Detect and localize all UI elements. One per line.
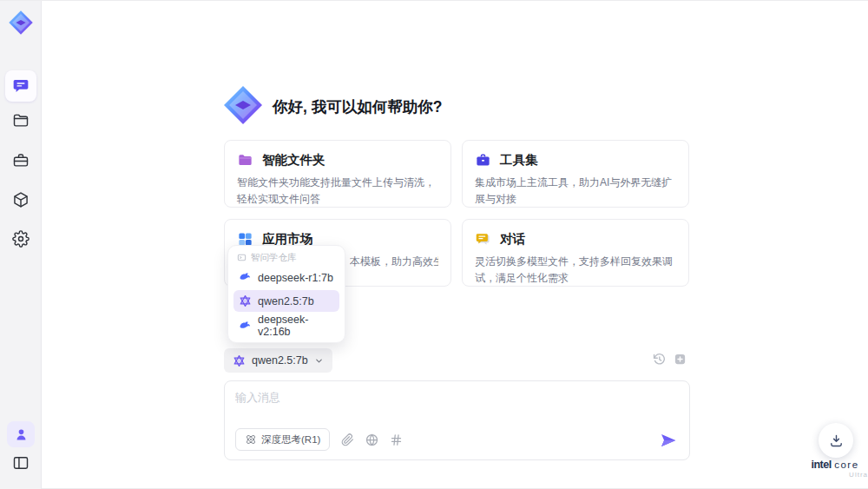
chat-yellow-icon xyxy=(475,231,491,248)
deepseek-whale-icon xyxy=(239,271,252,284)
model-selector-label: qwen2.5:7b xyxy=(252,354,308,367)
core-wordmark: core xyxy=(834,459,858,470)
deepseek-whale-icon xyxy=(239,320,252,333)
sidebar-item-folders[interactable] xyxy=(0,112,42,129)
model-dropdown-header: 智问学仓库 xyxy=(233,250,339,266)
intel-wordmark: intel xyxy=(811,459,831,471)
download-button[interactable] xyxy=(819,423,853,458)
model-option-label: deepseek-r1:7b xyxy=(258,272,333,284)
message-input[interactable] xyxy=(235,390,617,425)
card-dialogue[interactable]: 对话 灵活切换多模型文件，支持多样回复效果调试，满足个性化需求 xyxy=(462,219,689,287)
model-option-label: qwen2.5:7b xyxy=(258,295,314,307)
message-composer: 深度思考(R1) xyxy=(224,380,690,460)
chat-icon xyxy=(12,77,30,95)
sidebar-item-toolbox[interactable] xyxy=(0,152,42,169)
model-option-label: deepseek-v2:16b xyxy=(258,314,334,338)
send-icon[interactable] xyxy=(660,432,677,449)
card-title: 智能文件夹 xyxy=(262,152,326,169)
model-option-deepseek-r1[interactable]: deepseek-r1:7b xyxy=(233,268,339,289)
card-title: 工具集 xyxy=(500,152,538,169)
history-icon[interactable] xyxy=(653,353,666,366)
qwen-icon xyxy=(233,354,246,367)
model-dropdown: 智问学仓库 deepseek-r1:7b qwen2.5:7b deepseek… xyxy=(227,245,345,343)
app-window: 你好, 我可以如何帮助你? 智能文件夹 智能文件夹功能支持批量文件上传与清洗，轻… xyxy=(0,0,868,489)
card-desc: 本模板，助力高效生成多 xyxy=(350,254,438,270)
model-dropdown-header-label: 智问学仓库 xyxy=(251,252,297,264)
briefcase-icon xyxy=(12,152,30,169)
card-toolset[interactable]: 工具集 集成市场上主流工具，助力AI与外界无缝扩展与对接 xyxy=(462,140,689,208)
card-desc: 灵活切换多模型文件，支持多样回复效果调试，满足个性化需求 xyxy=(475,254,676,286)
user-icon xyxy=(14,427,29,442)
globe-icon[interactable] xyxy=(365,433,378,446)
model-selector[interactable]: qwen2.5:7b xyxy=(224,348,332,373)
chevron-down-icon xyxy=(314,356,324,366)
sidebar xyxy=(0,1,42,489)
page-title: 你好, 我可以如何帮助你? xyxy=(273,96,442,117)
cube-icon xyxy=(12,191,30,208)
card-desc: 集成市场上主流工具，助力AI与外界无缝扩展与对接 xyxy=(475,175,676,207)
deep-think-label: 深度思考(R1) xyxy=(261,433,320,446)
sidebar-item-panel-toggle[interactable] xyxy=(0,454,42,472)
sidebar-item-user[interactable] xyxy=(7,421,35,447)
attachment-icon[interactable] xyxy=(341,433,354,446)
intel-core-badge: intel core xyxy=(800,459,868,471)
new-chat-icon[interactable] xyxy=(674,353,687,366)
folder-purple-icon xyxy=(237,152,253,169)
repo-icon xyxy=(237,253,247,262)
model-option-deepseek-v2[interactable]: deepseek-v2:16b xyxy=(233,314,339,338)
card-desc: 智能文件夹功能支持批量文件上传与清洗，轻松实现文件问答 xyxy=(237,175,438,207)
deep-think-toggle[interactable]: 深度思考(R1) xyxy=(235,428,330,451)
download-icon xyxy=(829,433,844,448)
card-smart-folder[interactable]: 智能文件夹 智能文件夹功能支持批量文件上传与清洗，轻松实现文件问答 xyxy=(224,140,451,208)
sidebar-item-apps[interactable] xyxy=(0,191,42,208)
card-title: 对话 xyxy=(500,231,525,248)
hashtag-icon[interactable] xyxy=(390,433,403,446)
app-logo-icon xyxy=(222,84,264,126)
panel-toggle-icon xyxy=(12,454,30,472)
intel-sub-label: Ultra xyxy=(826,471,868,479)
qwen-icon xyxy=(239,294,252,307)
model-option-qwen[interactable]: qwen2.5:7b xyxy=(233,290,339,312)
atom-icon xyxy=(245,433,257,446)
sidebar-item-chat[interactable] xyxy=(5,70,36,102)
app-logo-icon xyxy=(8,10,34,36)
gear-icon xyxy=(12,230,30,248)
sidebar-item-settings[interactable] xyxy=(0,230,42,248)
folder-icon xyxy=(12,112,30,129)
briefcase-indigo-icon xyxy=(475,152,491,169)
